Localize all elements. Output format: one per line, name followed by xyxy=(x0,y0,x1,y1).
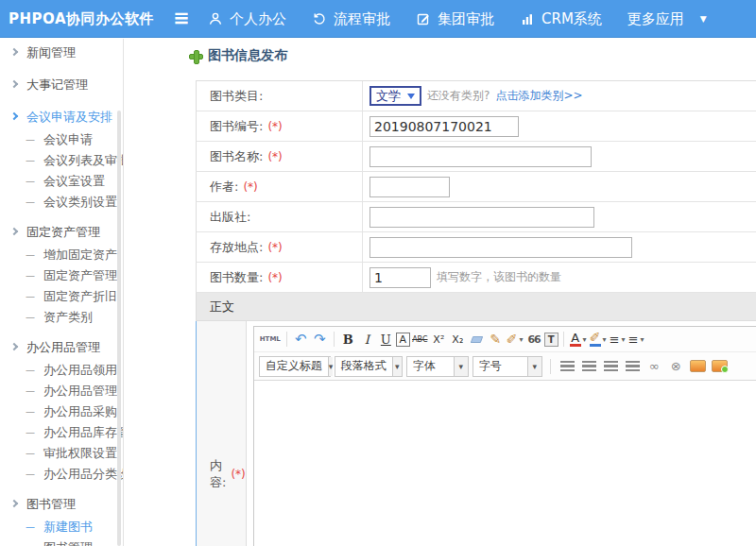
sidebar-item-meeting-apply[interactable]: 会议申请 xyxy=(0,129,123,150)
author-input[interactable] xyxy=(369,177,450,197)
align-left-button[interactable] xyxy=(558,357,576,376)
sidebar-group-news[interactable]: 新闻管理 xyxy=(0,41,123,65)
caret-down-icon xyxy=(407,94,415,99)
sidebar-item-asset-depreciation[interactable]: 固定资产折旧 xyxy=(0,286,123,307)
sidebar-item-meeting-category[interactable]: 会议类别设置 xyxy=(0,192,123,213)
nav-label: 流程审批 xyxy=(334,10,390,28)
category-select-value: 文学 xyxy=(376,88,401,105)
nav-more-apps[interactable]: 更多应用 ▼ xyxy=(627,10,707,28)
toolbar-separator xyxy=(334,332,335,347)
caret-down-icon: ▼ xyxy=(700,14,707,24)
font-border-button[interactable]: A xyxy=(396,333,410,347)
font-size-select[interactable]: 字号 xyxy=(472,356,542,377)
align-justify-button[interactable] xyxy=(624,357,642,376)
eraser-button[interactable] xyxy=(468,330,486,349)
field-label: 存放地点:(*) xyxy=(197,232,363,262)
sidebar-scrollbar[interactable] xyxy=(117,111,121,546)
item-label: 会议申请 xyxy=(43,132,93,146)
hamburger-menu-icon[interactable] xyxy=(170,0,193,38)
sidebar-item-supplies-category[interactable]: 办公用品分类设置 xyxy=(0,464,123,485)
sidebar-group-books[interactable]: 图书管理 xyxy=(0,492,123,517)
item-label: 资产类别 xyxy=(43,310,93,324)
format-brush-button[interactable]: ✎ xyxy=(487,330,505,349)
form-row-book-name: 图书名称:(*) xyxy=(196,142,756,172)
font-family-select[interactable]: 字体 xyxy=(406,356,469,377)
book-no-input[interactable] xyxy=(369,116,519,137)
html-source-button[interactable]: HTML xyxy=(259,330,282,349)
rich-text-editor: HTML ↶ ↷ B I U A ABC X² X₂ ✎ xyxy=(253,326,756,546)
quantity-input[interactable] xyxy=(369,267,431,288)
sidebar-item-supplies-inventory[interactable]: 办公用品库存管理 xyxy=(0,422,123,443)
insert-online-image-button[interactable] xyxy=(711,357,729,376)
sidebar-group-fixed-assets[interactable]: 固定资产管理 xyxy=(0,220,123,245)
location-input[interactable] xyxy=(369,237,632,258)
sidebar-item-supplies-manage[interactable]: 办公用品管理 xyxy=(0,381,123,401)
align-right-button[interactable] xyxy=(602,357,620,376)
add-category-link[interactable]: 点击添加类别>> xyxy=(495,88,582,104)
nav-workflow-approval[interactable]: 流程审批 xyxy=(312,10,390,28)
chevron-right-icon xyxy=(10,228,18,235)
bold-button[interactable]: B xyxy=(339,330,357,349)
field-label: 内容:(*) xyxy=(197,321,247,546)
caret-down-icon xyxy=(328,357,334,376)
field-label: 图书数量:(*) xyxy=(197,263,363,292)
editor-content-area[interactable] xyxy=(254,381,756,546)
item-label: 固定资产管理 xyxy=(43,268,117,282)
sidebar-item-new-book[interactable]: 新建图书 xyxy=(0,517,123,537)
underline-button[interactable]: U xyxy=(377,330,395,349)
italic-button[interactable]: I xyxy=(358,330,376,349)
item-label: 会议室设置 xyxy=(43,174,105,188)
sidebar-group-memorabilia[interactable]: 大事记管理 xyxy=(0,73,123,97)
publisher-input[interactable] xyxy=(369,207,594,228)
highlight-color-button[interactable]: ✐▾ xyxy=(589,330,608,349)
undo-button[interactable]: ↶ xyxy=(292,330,310,349)
category-select[interactable]: 文学 xyxy=(369,86,421,106)
paragraph-format-select[interactable]: 段落格式 xyxy=(335,356,403,377)
book-name-input[interactable] xyxy=(369,146,592,167)
nav-crm-system[interactable]: CRM系统 xyxy=(520,10,602,28)
paste-as-text-button[interactable]: T xyxy=(544,333,558,347)
nav-group-approval[interactable]: 集团审批 xyxy=(416,10,494,28)
sidebar-item-meeting-room[interactable]: 会议室设置 xyxy=(0,171,123,192)
field-label: 图书类目: xyxy=(197,81,363,111)
sidebar-item-asset-category[interactable]: 资产类别 xyxy=(0,307,123,328)
align-center-icon xyxy=(582,361,596,371)
sidebar-item-meeting-list[interactable]: 会议列表及审批 xyxy=(0,150,123,171)
toolbar-separator xyxy=(550,359,551,374)
custom-title-select[interactable]: 自定义标题 xyxy=(259,356,331,377)
sidebar-item-add-asset[interactable]: 增加固定资产 xyxy=(0,245,123,265)
insert-link-button[interactable]: ∞ xyxy=(645,357,663,376)
color-bar-icon xyxy=(590,344,601,347)
form-row-content: 内容:(*) HTML ↶ ↷ B I U A ABC xyxy=(196,321,756,546)
redo-button[interactable]: ↷ xyxy=(311,330,329,349)
chevron-right-icon xyxy=(10,48,18,56)
item-label: 办公用品管理 xyxy=(43,384,117,398)
sidebar-group-office-supplies[interactable]: 办公用品管理 xyxy=(0,335,123,360)
group-label: 新闻管理 xyxy=(26,45,76,60)
auto-typeset-button[interactable]: ✐▾ xyxy=(506,330,524,349)
field-label: 图书编号:(*) xyxy=(197,111,363,141)
sidebar-item-asset-manage[interactable]: 固定资产管理 xyxy=(0,265,123,286)
remove-link-button[interactable]: ⊗ xyxy=(667,357,685,376)
form-row-quantity: 图书数量:(*) 填写数字，该图书的数量 xyxy=(196,263,756,293)
font-color-button[interactable]: A▾ xyxy=(569,330,588,349)
insert-image-button[interactable] xyxy=(689,357,707,376)
blockquote-button[interactable]: 66 xyxy=(525,330,543,349)
item-label: 办公用品领用 xyxy=(43,363,117,377)
ordered-list-button[interactable]: ≡▾ xyxy=(609,330,627,349)
unordered-list-button[interactable]: ≡▾ xyxy=(627,330,645,349)
caret-down-icon: ▾ xyxy=(641,335,644,344)
form-row-category: 图书类目: 文学 还没有类别? 点击添加类别>> xyxy=(196,81,756,111)
sidebar-item-supplies-claim[interactable]: 办公用品领用 xyxy=(0,360,123,381)
sidebar-item-approval-permission[interactable]: 审批权限设置 xyxy=(0,443,123,464)
sidebar-item-book-manage[interactable]: 图书管理 xyxy=(0,537,123,546)
superscript-button[interactable]: X² xyxy=(430,330,448,349)
main-content: 图书信息发布 图书类目: 文学 还没有类别? 点击添加类别>> 图书编号:(*)… xyxy=(124,39,756,546)
sidebar-item-supplies-purchase[interactable]: 办公用品采购 xyxy=(0,401,123,422)
subscript-button[interactable]: X₂ xyxy=(449,330,467,349)
nav-personal-office[interactable]: 个人办公 xyxy=(208,10,286,28)
align-center-button[interactable] xyxy=(580,357,598,376)
sidebar-group-meeting[interactable]: 会议申请及安排 xyxy=(0,105,123,129)
item-label: 办公用品采购 xyxy=(43,404,117,418)
strikethrough-button[interactable]: ABC xyxy=(411,330,429,349)
